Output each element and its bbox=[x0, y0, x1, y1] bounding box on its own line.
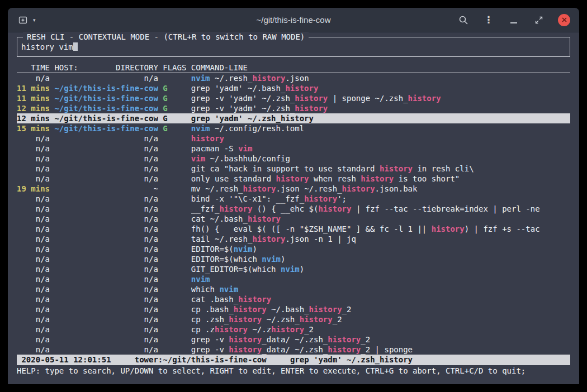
command-cell: cat .bash_history bbox=[191, 294, 570, 304]
command-segment: history bbox=[295, 104, 328, 113]
history-row[interactable]: n/an/agrep -v history_data/ ~/.zsh_histo… bbox=[17, 334, 570, 345]
close-button[interactable] bbox=[558, 14, 570, 26]
close-icon bbox=[562, 17, 567, 22]
flags-cell bbox=[163, 284, 186, 294]
time-cell: 11 mins bbox=[17, 93, 50, 103]
history-row[interactable]: n/an/acat ~/.bash_history bbox=[17, 214, 570, 224]
history-row[interactable]: n/an/apacman -S vim bbox=[17, 144, 570, 154]
directory-cell: n/a bbox=[54, 214, 158, 224]
search-input[interactable]: history vim bbox=[21, 42, 78, 51]
search-icon[interactable] bbox=[457, 14, 470, 26]
command-segment: history bbox=[328, 335, 361, 344]
command-segment: vim bbox=[191, 154, 205, 163]
header-command: COMMAND-LINE bbox=[191, 63, 570, 73]
history-row[interactable]: 12 mins~/git/this-is-fine-cowGgrep 'yadm… bbox=[17, 113, 570, 123]
status-bar: 2020-05-11 12:01:51 tower:~/git/this-is-… bbox=[17, 355, 570, 365]
history-row[interactable]: n/an/awhich nvim bbox=[17, 284, 570, 294]
history-row[interactable]: n/an/abind -x '"\C-x1": __fzf_history'; bbox=[17, 194, 570, 204]
directory-cell: ~ bbox=[54, 184, 158, 194]
history-row[interactable]: n/an/acat .bash_history bbox=[17, 294, 570, 304]
flags-cell bbox=[163, 73, 186, 83]
command-segment: fh() { eval $( ([ -n "$ZSH_NAME" ] && fc… bbox=[191, 224, 432, 233]
history-row[interactable]: n/an/agrep -v history_data/ ~/.zsh_histo… bbox=[17, 345, 570, 355]
directory-cell: ~/git/this-is-fine-cow bbox=[54, 113, 158, 123]
command-segment: ~/.config/resh.toml bbox=[210, 124, 305, 133]
history-row[interactable]: n/an/anvim bbox=[17, 274, 570, 284]
flags-cell bbox=[163, 264, 186, 274]
minimize-button[interactable] bbox=[508, 14, 520, 26]
time-cell: 11 mins bbox=[17, 83, 50, 93]
history-row[interactable]: n/an/avim ~/.bashhub/config bbox=[17, 154, 570, 164]
command-cell: cp .bash_history ~/.bash_history_2 bbox=[191, 304, 570, 314]
menu-kebab-icon[interactable]: ⋮ bbox=[482, 14, 495, 26]
history-row[interactable]: 15 mins~/git/this-is-fine-cowGnvim ~/.co… bbox=[17, 123, 570, 133]
history-row[interactable]: n/an/aGIT_EDITOR=$(which nvim) bbox=[17, 264, 570, 274]
command-cell: cp .zhistory ~/.zhistory_2 bbox=[191, 324, 570, 334]
command-segment: ~/.zsh_ bbox=[262, 315, 299, 324]
time-cell: n/a bbox=[17, 324, 50, 334]
history-list: n/an/anvim ~/.resh_history.json11 mins~/… bbox=[17, 73, 570, 355]
time-cell: n/a bbox=[17, 204, 50, 214]
header-directory: DIRECTORY bbox=[116, 63, 158, 73]
command-segment: grep -v bbox=[191, 345, 229, 354]
search-query-text: history vim bbox=[21, 42, 73, 51]
command-segment: history bbox=[252, 74, 285, 83]
flags-cell: G bbox=[163, 103, 186, 113]
history-row[interactable]: n/an/anvim ~/.resh_history.json bbox=[17, 73, 570, 83]
flags-cell bbox=[163, 345, 186, 355]
history-row[interactable]: n/an/aEDITOR=$(which nvim) bbox=[17, 254, 570, 264]
directory-cell: n/a bbox=[54, 334, 158, 345]
command-segment: _2 bbox=[304, 325, 314, 334]
history-row[interactable]: n/an/atail ~/.resh_history.json -n 1 | j… bbox=[17, 234, 570, 244]
history-row[interactable]: n/an/aEDITOR=$(nvim) bbox=[17, 244, 570, 254]
command-segment: nvim bbox=[262, 255, 281, 264]
search-box: RESH CLI - CONTEXTUAL MODE - (CTRL+R to … bbox=[17, 37, 570, 57]
command-segment: | fzf --tac --tiebreak=index | perl -ne bbox=[351, 204, 539, 213]
flags-cell bbox=[163, 294, 186, 304]
directory-cell: n/a bbox=[54, 164, 158, 174]
text-cursor bbox=[73, 42, 78, 51]
history-row[interactable]: 12 mins~/git/this-is-fine-cowGgrep -v 'y… bbox=[17, 103, 570, 113]
command-segment: ~/.bash_ bbox=[267, 305, 309, 314]
directory-cell: n/a bbox=[54, 244, 158, 254]
flags-cell bbox=[163, 174, 186, 184]
command-segment: cp .zsh_ bbox=[191, 315, 229, 324]
time-cell: n/a bbox=[17, 154, 50, 164]
directory-cell: n/a bbox=[54, 284, 158, 294]
command-segment: _2 | sponge bbox=[361, 345, 413, 354]
command-cell: nvim bbox=[191, 274, 570, 284]
history-row[interactable]: n/an/afh() { eval $( ([ -n "$ZSH_NAME" ]… bbox=[17, 224, 570, 234]
restore-icon bbox=[535, 16, 543, 24]
new-terminal-button[interactable]: ▾ bbox=[17, 14, 36, 26]
history-row[interactable]: n/an/a__fzf_history () { __ehc $(history… bbox=[17, 204, 570, 214]
directory-cell: n/a bbox=[54, 324, 158, 334]
command-segment: ) bbox=[252, 245, 257, 254]
command-segment: nvim bbox=[191, 275, 210, 284]
history-row[interactable]: n/an/acp .zsh_history ~/.zsh_history_2 bbox=[17, 314, 570, 324]
history-row[interactable]: n/an/ahistory bbox=[17, 133, 570, 144]
history-row[interactable]: 19 mins~mv ~/.resh_history.json ~/.resh_… bbox=[17, 184, 570, 194]
restore-button[interactable] bbox=[533, 14, 545, 26]
command-segment: history bbox=[328, 345, 361, 354]
flags-cell bbox=[163, 234, 186, 244]
directory-cell: n/a bbox=[54, 274, 158, 284]
flags-cell bbox=[163, 334, 186, 345]
history-row[interactable]: n/an/acp .bash_history ~/.bash_history_2 bbox=[17, 304, 570, 314]
command-segment: nvim bbox=[219, 285, 238, 294]
command-segment: grep -v bbox=[191, 335, 229, 344]
directory-cell: n/a bbox=[54, 224, 158, 234]
command-segment: .json -n 1 | jq bbox=[285, 235, 356, 243]
history-row[interactable]: n/an/acp .zhistory ~/.zhistory_2 bbox=[17, 324, 570, 334]
history-row[interactable]: 11 mins~/git/this-is-fine-cowGgrep 'yadm… bbox=[17, 83, 570, 93]
history-row[interactable]: n/an/agit ca "hack in support to use sta… bbox=[17, 164, 570, 174]
history-row[interactable]: 11 mins~/git/this-is-fine-cowGgrep -v 'y… bbox=[17, 93, 570, 103]
directory-cell: n/a bbox=[54, 345, 158, 355]
command-segment: tail ~/.resh_ bbox=[191, 235, 253, 243]
history-row[interactable]: n/an/aonly use standard history when res… bbox=[17, 174, 570, 184]
command-segment: when resh bbox=[309, 174, 361, 183]
command-cell: pacman -S vim bbox=[191, 144, 570, 154]
terminal-content: RESH CLI - CONTEXTUAL MODE - (CTRL+R to … bbox=[8, 32, 579, 384]
window-title: ~/git/this-is-fine-cow bbox=[257, 15, 331, 25]
command-segment: nvim bbox=[191, 74, 210, 83]
header-host: HOST: bbox=[54, 63, 78, 73]
